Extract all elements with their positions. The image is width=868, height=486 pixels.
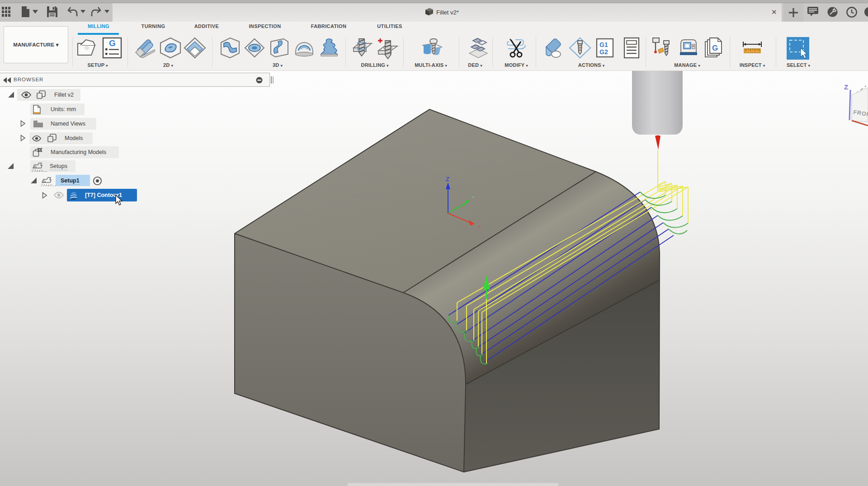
- svg-text:G: G: [109, 38, 116, 48]
- svg-text:G2: G2: [599, 48, 608, 56]
- svg-text:G: G: [712, 44, 718, 52]
- svg-text:G1: G1: [599, 41, 608, 48]
- svg-text:Z: Z: [844, 83, 848, 91]
- svg-text:Z: Z: [446, 176, 449, 182]
- svg-text:x: x: [478, 224, 481, 229]
